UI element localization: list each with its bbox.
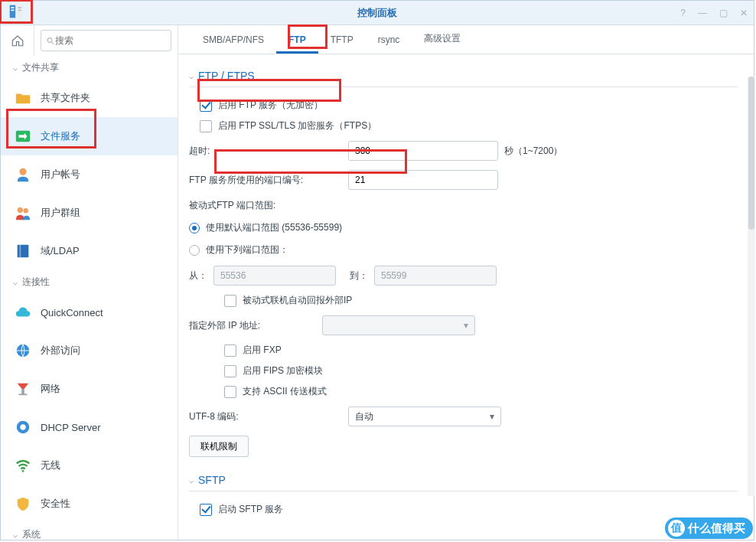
checkbox-passive-external[interactable]	[224, 295, 236, 307]
sidebar-item-network[interactable]: 网络	[1, 370, 178, 408]
watermark: 值 什么值得买	[665, 518, 753, 539]
help-button[interactable]: ?	[680, 8, 686, 18]
sidebar-item-group[interactable]: 用户群组	[1, 194, 178, 232]
svg-rect-15	[21, 389, 24, 394]
chevron-down-icon: ⌵	[13, 531, 18, 539]
svg-line-7	[52, 42, 54, 44]
svg-point-10	[18, 207, 23, 213]
svg-rect-12	[18, 245, 29, 258]
svg-point-19	[22, 470, 24, 472]
tab-advanced[interactable]: 高级设置	[412, 25, 473, 54]
port-input[interactable]	[348, 170, 498, 190]
svg-rect-2	[11, 7, 14, 8]
utf8-label: UTF-8 编码:	[189, 410, 342, 423]
radio-custom-range[interactable]	[189, 245, 200, 256]
conn-limit-button[interactable]: 联机限制	[189, 436, 249, 457]
sidebar-item-external[interactable]: 外部访问	[1, 331, 178, 370]
timeout-label: 超时:	[189, 145, 342, 158]
tabs: SMB/AFP/NFS FTP TFTP rsync 高级设置	[178, 25, 754, 54]
checkbox-fips[interactable]	[224, 365, 236, 377]
tab-smb[interactable]: SMB/AFP/NFS	[191, 27, 276, 54]
label-passive-external: 被动式联机自动回报外部IP	[243, 294, 352, 307]
svg-rect-13	[19, 245, 21, 258]
shield-icon	[15, 495, 31, 512]
row-enable-ftps: 启用 FTP SSL/TLS 加密服务（FTPS）	[189, 116, 738, 136]
row-enable-ftp: 启用 FTP 服务（无加密）	[189, 95, 738, 116]
svg-rect-4	[18, 7, 21, 8]
radio-default-range[interactable]	[189, 223, 200, 233]
checkbox-ascii[interactable]	[224, 386, 236, 398]
home-button[interactable]	[1, 25, 34, 56]
chevron-down-icon: ⌵	[189, 72, 194, 80]
search-wrap	[41, 30, 171, 51]
timeout-unit: 秒（1~7200）	[504, 145, 562, 158]
svg-rect-5	[18, 9, 21, 11]
section-sftp[interactable]: ⌵ SFTP	[189, 469, 738, 491]
network-icon	[15, 380, 31, 397]
cloud-icon	[15, 304, 31, 321]
checkbox-enable-ftp[interactable]	[200, 100, 212, 112]
wifi-icon	[15, 457, 31, 474]
range-to-label: 到：	[350, 269, 368, 282]
range-to-input	[374, 266, 497, 286]
svg-point-6	[47, 38, 52, 42]
close-button[interactable]: ✕	[740, 8, 748, 18]
globe-icon	[15, 342, 31, 359]
svg-rect-16	[19, 393, 28, 395]
timeout-input[interactable]	[348, 141, 498, 161]
label-fips: 启用 FIPS 加密模块	[243, 364, 323, 377]
sidebar-item-quickconnect[interactable]: QuickConnect	[1, 293, 178, 331]
range-from-label: 从：	[189, 269, 207, 282]
watermark-icon: 值	[668, 520, 685, 537]
sidebar-section-connect[interactable]: ⌵ 连接性	[1, 270, 178, 293]
settings-panel: ⌵ FTP / FTPS 启用 FTP 服务（无加密） 启用 FTP SSL/T…	[178, 54, 754, 540]
checkbox-enable-sftp[interactable]	[200, 504, 212, 516]
utf8-select[interactable]: 自动 ▾	[348, 406, 501, 426]
maximize-button[interactable]: ▢	[719, 8, 728, 18]
checkbox-fxp[interactable]	[224, 344, 236, 357]
row-enable-sftp: 启动 SFTP 服务	[189, 499, 738, 520]
label-custom-range: 使用下列端口范围：	[206, 243, 288, 256]
chevron-down-icon: ⌵	[13, 278, 18, 286]
label-ascii: 支持 ASCII 传送模式	[243, 385, 327, 398]
sidebar-item-file-service[interactable]: 文件服务	[1, 117, 178, 155]
label-enable-sftp: 启动 SFTP 服务	[218, 503, 283, 516]
sidebar-section-share[interactable]: ⌵ 文件共享	[1, 56, 178, 79]
dhcp-icon	[15, 419, 31, 436]
port-label: FTP 服务所使用的端口编号:	[189, 174, 342, 187]
user-icon	[15, 166, 31, 183]
minimize-button[interactable]: —	[698, 8, 707, 18]
window: 控制面板 ? — ▢ ✕ ⌵ 文件共享	[0, 0, 754, 540]
chevron-down-icon: ⌵	[189, 476, 194, 485]
scrollbar[interactable]	[748, 77, 754, 496]
chevron-down-icon: ▾	[464, 320, 468, 331]
sidebar-item-ldap[interactable]: 域/LDAP	[1, 232, 178, 270]
tab-rsync[interactable]: rsync	[366, 27, 412, 54]
tab-ftp[interactable]: FTP	[276, 27, 318, 54]
range-from-input	[213, 266, 336, 286]
sidebar-item-wireless[interactable]: 无线	[1, 446, 178, 485]
sidebar-item-user[interactable]: 用户帐号	[1, 155, 178, 194]
label-enable-ftps: 启用 FTP SSL/TLS 加密服务（FTPS）	[218, 119, 376, 132]
checkbox-enable-ftps[interactable]	[200, 120, 212, 132]
external-ip-label: 指定外部 IP 地址:	[189, 319, 316, 332]
group-icon	[15, 204, 31, 221]
sidebar-item-security[interactable]: 安全性	[1, 485, 178, 523]
window-title: 控制面板	[357, 6, 397, 20]
svg-point-18	[20, 424, 25, 429]
passive-range-label: 被动式FTP 端口范围:	[189, 199, 275, 212]
svg-point-11	[23, 208, 28, 213]
sidebar: ⌵ 文件共享 共享文件夹 文件服务 用户帐号 用户群组 域/LDAP	[1, 25, 178, 540]
scrollbar-thumb[interactable]	[748, 77, 754, 230]
search-input[interactable]	[55, 35, 166, 46]
tab-tftp[interactable]: TFTP	[318, 27, 366, 54]
sidebar-item-dhcp[interactable]: DHCP Server	[1, 408, 178, 446]
folder-icon	[15, 90, 31, 106]
sidebar-section-system[interactable]: ⌵ 系统	[1, 523, 178, 540]
content: SMB/AFP/NFS FTP TFTP rsync 高级设置 ⌵ FTP / …	[178, 25, 754, 540]
svg-point-9	[19, 168, 26, 175]
sidebar-item-shared-folder[interactable]: 共享文件夹	[1, 79, 178, 117]
svg-rect-3	[11, 9, 14, 11]
section-ftp-ftps[interactable]: ⌵ FTP / FTPS	[189, 65, 738, 87]
app-icon[interactable]	[0, 0, 33, 24]
